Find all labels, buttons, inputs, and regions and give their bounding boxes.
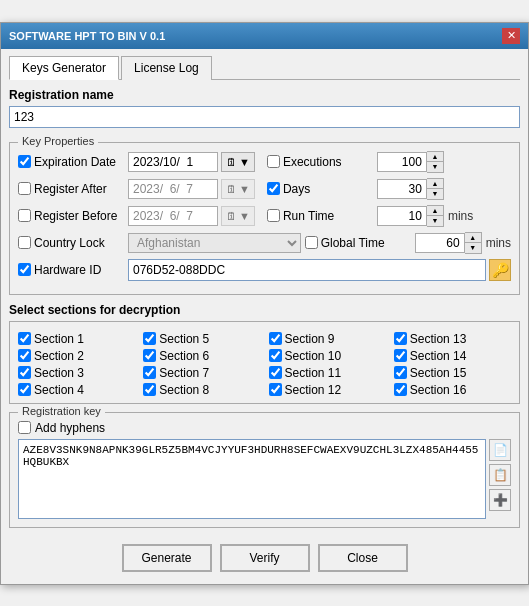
section-2-label: Section 2: [34, 349, 84, 363]
section-16-checkbox[interactable]: [394, 383, 407, 396]
paste-button[interactable]: 📋: [489, 464, 511, 486]
tab-bar: Keys Generator License Log: [9, 55, 520, 80]
run-time-row: Run Time ▲ ▼ mins: [267, 205, 473, 227]
section-10-checkbox[interactable]: [269, 349, 282, 362]
section-14-checkbox[interactable]: [394, 349, 407, 362]
executions-down-button[interactable]: ▼: [427, 162, 443, 172]
global-time-mins-label: mins: [486, 236, 511, 250]
register-before-checkbox[interactable]: [18, 209, 31, 222]
section-check-12: Section 12: [269, 383, 386, 397]
verify-button[interactable]: Verify: [220, 544, 310, 572]
executions-spinner: ▲ ▼: [427, 151, 444, 173]
close-window-button[interactable]: ✕: [502, 28, 520, 44]
expiration-date-calendar-button[interactable]: 🗓 ▼: [221, 152, 255, 172]
expiration-date-checkbox[interactable]: [18, 155, 31, 168]
add-hyphens-checkbox[interactable]: [18, 421, 31, 434]
expiration-date-input[interactable]: [128, 152, 218, 172]
section-check-3: Section 3: [18, 366, 135, 380]
global-time-checkbox[interactable]: [305, 236, 318, 249]
executions-checkbox[interactable]: [267, 155, 280, 168]
section-14-label: Section 14: [410, 349, 467, 363]
executions-input-wrap: ▲ ▼: [377, 151, 444, 173]
register-after-checkbox[interactable]: [18, 182, 31, 195]
section-6-label: Section 6: [159, 349, 209, 363]
days-input[interactable]: [377, 179, 427, 199]
reg-name-input[interactable]: [9, 106, 520, 128]
reg-key-textarea[interactable]: AZE8V3SNK9N8APNK39GLR5Z5BM4VCJYYUF3HDURH…: [18, 439, 486, 519]
hardware-id-key-button[interactable]: 🔑: [489, 259, 511, 281]
tab-keys-generator[interactable]: Keys Generator: [9, 56, 119, 80]
run-time-checkbox[interactable]: [267, 209, 280, 222]
global-time-label: Global Time: [305, 236, 415, 250]
section-4-checkbox[interactable]: [18, 383, 31, 396]
section-11-checkbox[interactable]: [269, 366, 282, 379]
hardware-id-input[interactable]: [128, 259, 486, 281]
run-time-spinner: ▲ ▼: [427, 205, 444, 227]
copy-icon: 📄: [493, 443, 508, 457]
generate-button[interactable]: Generate: [122, 544, 212, 572]
section-11-label: Section 11: [285, 366, 342, 380]
tab-license-log[interactable]: License Log: [121, 56, 212, 80]
days-spinner: ▲ ▼: [427, 178, 444, 200]
section-check-16: Section 16: [394, 383, 511, 397]
section-check-15: Section 15: [394, 366, 511, 380]
dropdown-arrow-2: ▼: [239, 183, 250, 195]
section-1-checkbox[interactable]: [18, 332, 31, 345]
add-icon: ➕: [493, 493, 508, 507]
global-time-up-button[interactable]: ▲: [465, 233, 481, 243]
days-checkbox[interactable]: [267, 182, 280, 195]
section-check-9: Section 9: [269, 332, 386, 346]
registration-key-title: Registration key: [18, 405, 105, 417]
run-time-input[interactable]: [377, 206, 427, 226]
country-lock-select[interactable]: Afghanistan Albania Algeria: [128, 233, 301, 253]
section-15-checkbox[interactable]: [394, 366, 407, 379]
country-lock-checkbox[interactable]: [18, 236, 31, 249]
run-time-down-button[interactable]: ▼: [427, 216, 443, 226]
section-2-checkbox[interactable]: [18, 349, 31, 362]
section-5-label: Section 5: [159, 332, 209, 346]
run-time-up-button[interactable]: ▲: [427, 206, 443, 216]
window-title: SOFTWARE HPT TO BIN V 0.1: [9, 30, 165, 42]
section-4-label: Section 4: [34, 383, 84, 397]
section-15-label: Section 15: [410, 366, 467, 380]
register-after-calendar-button[interactable]: 🗓 ▼: [221, 179, 255, 199]
register-after-input[interactable]: [128, 179, 218, 199]
executions-row: Executions ▲ ▼: [267, 151, 444, 173]
expiration-date-row: Expiration Date 🗓 ▼ Executions: [18, 151, 511, 173]
copy-button[interactable]: 📄: [489, 439, 511, 461]
section-6-checkbox[interactable]: [143, 349, 156, 362]
section-12-checkbox[interactable]: [269, 383, 282, 396]
register-before-label: Register Before: [18, 209, 128, 223]
add-key-button[interactable]: ➕: [489, 489, 511, 511]
section-1-label: Section 1: [34, 332, 84, 346]
global-time-input[interactable]: [415, 233, 465, 253]
global-time-row: Global Time ▲ ▼ mins: [305, 232, 511, 254]
section-5-checkbox[interactable]: [143, 332, 156, 345]
section-3-checkbox[interactable]: [18, 366, 31, 379]
days-label: Days: [267, 182, 377, 196]
section-9-checkbox[interactable]: [269, 332, 282, 345]
register-before-input[interactable]: [128, 206, 218, 226]
calendar-icon: 🗓: [226, 156, 237, 168]
section-7-checkbox[interactable]: [143, 366, 156, 379]
hardware-id-row: Hardware ID 🔑: [18, 259, 511, 281]
run-time-mins-label: mins: [448, 209, 473, 223]
days-down-button[interactable]: ▼: [427, 189, 443, 199]
global-time-input-wrap: ▲ ▼: [415, 232, 482, 254]
section-13-checkbox[interactable]: [394, 332, 407, 345]
close-button[interactable]: Close: [318, 544, 408, 572]
section-8-checkbox[interactable]: [143, 383, 156, 396]
days-up-button[interactable]: ▲: [427, 179, 443, 189]
register-before-calendar-button[interactable]: 🗓 ▼: [221, 206, 255, 226]
sections-title: Select sections for decryption: [9, 303, 520, 317]
hardware-id-checkbox[interactable]: [18, 263, 31, 276]
executions-up-button[interactable]: ▲: [427, 152, 443, 162]
section-check-11: Section 11: [269, 366, 386, 380]
executions-input[interactable]: [377, 152, 427, 172]
global-time-down-button[interactable]: ▼: [465, 243, 481, 253]
section-check-1: Section 1: [18, 332, 135, 346]
section-check-10: Section 10: [269, 349, 386, 363]
expiration-date-label: Expiration Date: [18, 155, 128, 169]
country-lock-label: Country Lock: [18, 236, 128, 250]
title-bar: SOFTWARE HPT TO BIN V 0.1 ✕: [1, 23, 528, 49]
